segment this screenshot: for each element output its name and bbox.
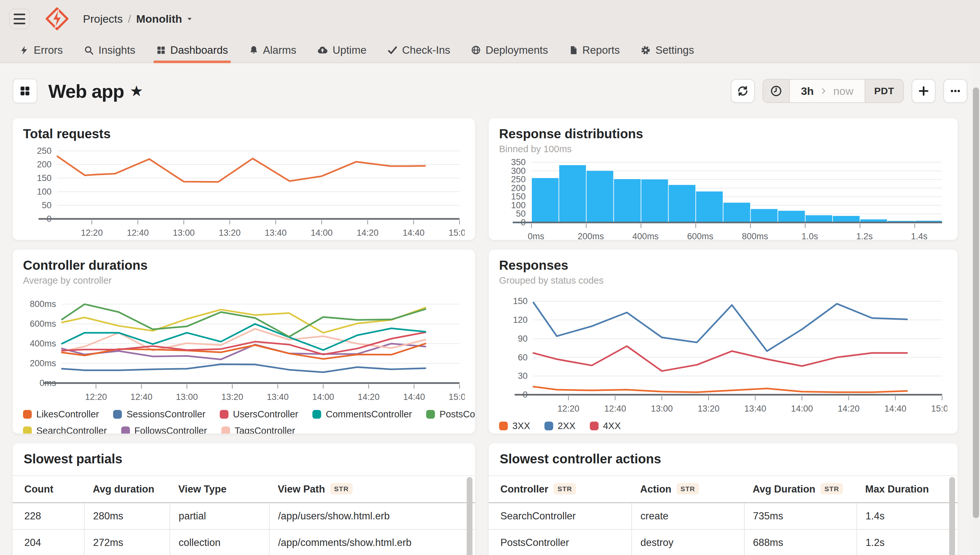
legend-item-likescontroller[interactable]: LikesController	[23, 409, 99, 420]
dashboard-toolbar: Web app ★ 3h	[13, 78, 967, 104]
search-icon	[84, 45, 94, 55]
svg-text:12:40: 12:40	[604, 404, 626, 414]
svg-text:200ms: 200ms	[30, 358, 56, 368]
column-header[interactable]: Avg duration	[84, 476, 170, 503]
svg-text:1.4s: 1.4s	[911, 231, 927, 240]
tab-alarms[interactable]: Alarms	[249, 38, 296, 63]
svg-text:14:40: 14:40	[884, 404, 906, 414]
table-row[interactable]: 204272mscollection/app/comments/show.htm…	[13, 529, 475, 555]
more-options-button[interactable]	[943, 79, 967, 103]
chevron-down-icon[interactable]	[186, 15, 193, 22]
legend-swatch	[499, 422, 508, 430]
legend-label: SessionsController	[126, 409, 205, 420]
svg-text:200ms: 200ms	[578, 231, 604, 240]
tab-label: Settings	[655, 44, 694, 56]
dashboard-grid-button[interactable]	[13, 79, 37, 103]
card-title: Responses	[499, 258, 947, 273]
table-row[interactable]: SearchControllercreate735ms1.4s	[489, 503, 957, 530]
legend-swatch	[590, 422, 599, 430]
tab-deployments[interactable]: Deployments	[471, 38, 548, 63]
column-header[interactable]: Max Duration	[857, 476, 957, 503]
clock-icon[interactable]	[763, 80, 789, 102]
svg-text:13:40: 13:40	[265, 228, 287, 238]
svg-text:14:00: 14:00	[312, 392, 335, 402]
time-range-control[interactable]: 3h now PDT	[763, 79, 904, 103]
legend-swatch	[113, 410, 122, 419]
svg-text:90: 90	[518, 334, 528, 343]
legend-item-searchcontroller[interactable]: SearchController	[23, 425, 107, 433]
legend-item-commentscontroller[interactable]: CommentsController	[312, 409, 412, 420]
column-header[interactable]: View PathSTR	[269, 476, 475, 503]
svg-text:15:00: 15:00	[449, 228, 465, 238]
timezone-button[interactable]: PDT	[865, 80, 904, 102]
tab-uptime[interactable]: Uptime	[317, 38, 367, 63]
time-range-value[interactable]: 3h now	[789, 80, 865, 102]
primary-nav: ErrorsInsightsDashboardsAlarmsUptimeChec…	[0, 38, 980, 63]
column-header[interactable]: Avg DurationSTR	[744, 476, 857, 503]
legend-label: LikesController	[36, 409, 99, 420]
responses-legend: 3XX2XX4XX	[499, 420, 947, 431]
svg-text:50: 50	[516, 209, 526, 218]
tab-label: Alarms	[263, 44, 296, 56]
legend-label: 4XX	[603, 420, 621, 431]
legend-item-followscontroller[interactable]: FollowsController	[121, 425, 207, 433]
legend-item-3xx[interactable]: 3XX	[499, 420, 530, 431]
bell-icon	[249, 45, 259, 55]
svg-text:150: 150	[511, 192, 526, 201]
svg-text:600ms: 600ms	[687, 231, 713, 240]
favorite-star-icon[interactable]: ★	[130, 82, 143, 100]
tab-check-ins[interactable]: Check-Ins	[387, 38, 451, 63]
legend-item-postscontroller[interactable]: PostsController	[426, 409, 475, 420]
table-row[interactable]: PostsControllerdestroy688ms1.2s	[489, 529, 957, 555]
file-icon	[569, 45, 578, 55]
breadcrumb: Projects / Monolith	[83, 13, 193, 25]
svg-text:13:20: 13:20	[219, 228, 241, 238]
svg-text:300: 300	[511, 166, 526, 176]
legend-item-userscontroller[interactable]: UsersController	[220, 409, 298, 420]
svg-text:150: 150	[513, 296, 528, 306]
dashboard-cards: Total requests 05010015020025012:2012:40…	[13, 118, 967, 555]
tab-settings[interactable]: Settings	[640, 38, 694, 63]
legend-label: UsersController	[233, 409, 298, 420]
legend-item-2xx[interactable]: 2XX	[544, 420, 576, 431]
type-badge: STR	[554, 483, 576, 494]
card-slowest-controller-actions: Slowest controller actions ControllerSTR…	[489, 443, 957, 555]
legend-swatch	[312, 410, 321, 419]
main-content: Web app ★ 3h	[0, 63, 980, 555]
table-scrollbar[interactable]	[949, 477, 955, 555]
svg-text:12:20: 12:20	[81, 228, 103, 238]
legend-swatch	[221, 427, 230, 433]
legend-item-sessionscontroller[interactable]: SessionsController	[113, 409, 205, 420]
column-header[interactable]: View Type	[170, 476, 269, 503]
column-header[interactable]: ActionSTR	[632, 476, 744, 503]
tab-reports[interactable]: Reports	[569, 38, 620, 63]
svg-text:120: 120	[513, 315, 528, 325]
legend-label: TagsController	[235, 425, 295, 433]
column-header[interactable]: Count	[13, 476, 84, 503]
svg-text:12:40: 12:40	[130, 392, 153, 402]
breadcrumb-projects-link[interactable]: Projects	[83, 13, 123, 25]
tab-dashboards[interactable]: Dashboards	[156, 38, 228, 63]
appsignal-logo-icon[interactable]	[43, 6, 71, 31]
legend-swatch	[121, 427, 130, 433]
card-title: Controller durations	[23, 258, 465, 273]
tab-insights[interactable]: Insights	[84, 38, 135, 63]
page-scrollbar-thumb[interactable]	[973, 87, 979, 518]
globe-icon	[471, 45, 481, 55]
tab-label: Check-Ins	[402, 44, 451, 56]
card-controller-durations: Controller durations Average by controll…	[13, 250, 475, 433]
svg-text:13:40: 13:40	[744, 404, 766, 414]
legend-item-4xx[interactable]: 4XX	[590, 420, 621, 431]
tab-errors[interactable]: Errors	[19, 38, 63, 63]
table-scrollbar[interactable]	[467, 477, 473, 555]
card-total-requests: Total requests 05010015020025012:2012:40…	[13, 118, 475, 240]
legend-swatch	[544, 422, 553, 430]
legend-item-tagscontroller[interactable]: TagsController	[221, 425, 295, 433]
column-header[interactable]: ControllerSTR	[489, 476, 632, 503]
hamburger-menu-button[interactable]	[9, 8, 30, 29]
project-selector[interactable]: Monolith	[136, 13, 182, 25]
controller-durations-chart: 0ms200ms400ms600ms800ms12:2012:4013:0013…	[23, 290, 465, 406]
refresh-button[interactable]	[731, 79, 755, 103]
table-row[interactable]: 228280mspartial/app/users/show.html.erb	[13, 503, 475, 530]
add-panel-button[interactable]	[912, 79, 936, 103]
